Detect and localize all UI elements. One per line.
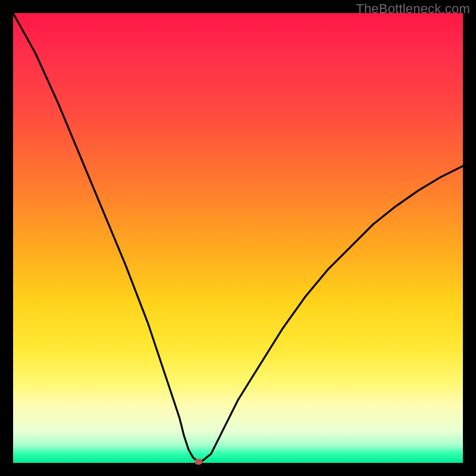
bottleneck-curve xyxy=(13,13,463,463)
chart-area xyxy=(13,13,463,463)
optimal-marker xyxy=(195,459,202,465)
watermark-text: TheBottleneck.com xyxy=(356,1,470,17)
